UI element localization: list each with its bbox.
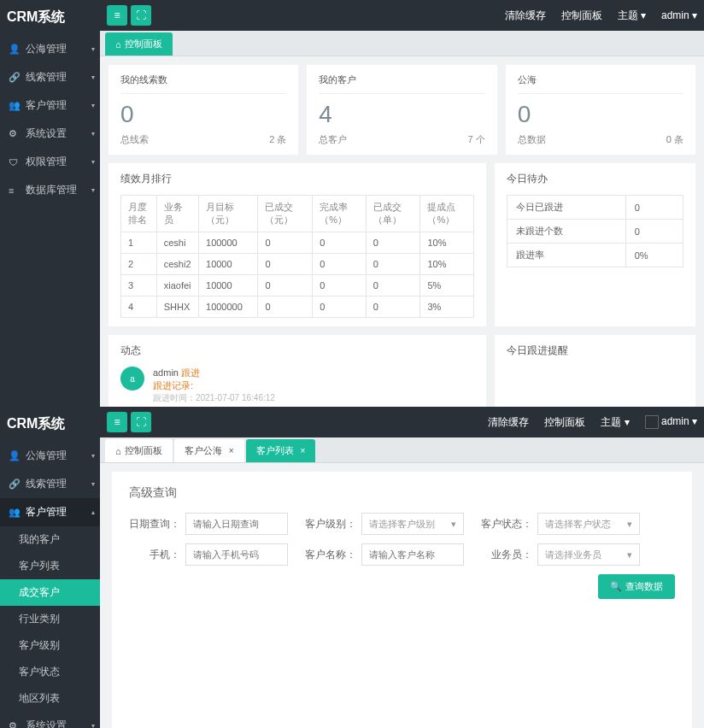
menu-toggle-button[interactable]: ≡ bbox=[107, 412, 127, 432]
chevron-down-icon: ▾ bbox=[451, 519, 456, 530]
submenu-customer-level[interactable]: 客户级别 bbox=[0, 632, 100, 659]
submenu-my-customer[interactable]: 我的客户 bbox=[0, 526, 100, 553]
brand-title: CRM系统 bbox=[0, 407, 100, 442]
chevron-down-icon: ▾ bbox=[91, 73, 95, 81]
staff-select[interactable]: 请选择业务员▾ bbox=[537, 543, 640, 566]
shield-icon: 🛡 bbox=[9, 157, 21, 167]
chevron-down-icon: ▾ bbox=[91, 130, 95, 138]
chevron-down-icon: ▾ bbox=[91, 45, 95, 53]
chevron-down-icon: ▾ bbox=[627, 549, 632, 561]
clear-cache-link[interactable]: 清除缓存 bbox=[505, 9, 546, 23]
link-icon: 🔗 bbox=[9, 478, 21, 490]
gear-icon: ⚙ bbox=[9, 128, 21, 139]
name-input[interactable] bbox=[361, 543, 464, 566]
submenu-customer-list[interactable]: 客户列表 bbox=[0, 553, 100, 579]
users-icon: 👥 bbox=[9, 507, 21, 518]
todo-panel: 今日待办 今日已跟进0 未跟进个数0 跟进率0% bbox=[495, 163, 695, 326]
chevron-up-icon: ▴ bbox=[91, 508, 95, 516]
tab-dashboard[interactable]: ⌂控制面板 bbox=[105, 439, 173, 462]
dashboard-link[interactable]: 控制面板 bbox=[544, 415, 585, 430]
menu-quanxian[interactable]: 🛡权限管理▾ bbox=[0, 148, 100, 176]
tab-dashboard[interactable]: ⌂控制面板 bbox=[105, 32, 173, 56]
chevron-down-icon: ▾ bbox=[627, 519, 632, 530]
theme-dropdown[interactable]: 主题 ▾ bbox=[601, 415, 629, 430]
user-dropdown[interactable]: admin ▾ bbox=[645, 415, 697, 429]
close-icon[interactable]: × bbox=[229, 446, 234, 455]
user-dropdown[interactable]: admin ▾ bbox=[661, 9, 697, 21]
status-select[interactable]: 请选择客户状态▾ bbox=[537, 513, 640, 535]
gear-icon: ⚙ bbox=[9, 720, 21, 728]
menu-kehu[interactable]: 👥客户管理▾ bbox=[0, 91, 100, 120]
brand-title: CRM系统 bbox=[0, 0, 100, 35]
card-customers: 我的客户 4 总客户7 个 bbox=[307, 65, 496, 155]
tab-customer-list[interactable]: 客户列表× bbox=[246, 439, 316, 462]
date-input[interactable] bbox=[185, 513, 288, 535]
menu-gonghai[interactable]: 👤公海管理▾ bbox=[0, 442, 100, 470]
users-icon: 👥 bbox=[9, 100, 21, 111]
chevron-down-icon: ▾ bbox=[91, 452, 95, 460]
chevron-down-icon: ▾ bbox=[91, 722, 95, 728]
search-panel: 高级查询 日期查询： 客户级别：请选择客户级别▾ 客户状态：请选择客户状态▾ 手… bbox=[112, 472, 692, 728]
database-icon: ≡ bbox=[9, 185, 21, 196]
card-leads: 我的线索数 0 总线索2 条 bbox=[109, 65, 298, 155]
table-row: 3xiaofei100000005% bbox=[121, 275, 474, 296]
fullscreen-button[interactable]: ⛶ bbox=[131, 412, 151, 432]
activity-panel: 动态 a admin 跟进 跟进记录: 跟进时间：2021-07-07 16:4… bbox=[109, 335, 486, 407]
home-icon: ⌂ bbox=[115, 39, 121, 50]
theme-dropdown[interactable]: 主题 ▾ bbox=[618, 9, 646, 23]
search-icon: 🔍 bbox=[610, 581, 622, 592]
menu-toggle-button[interactable]: ≡ bbox=[107, 5, 127, 26]
menu-shujuku[interactable]: ≡数据库管理▾ bbox=[0, 176, 100, 204]
menu-xitong[interactable]: ⚙系统设置▾ bbox=[0, 120, 100, 148]
table-row: 1ceshi10000000010% bbox=[121, 232, 474, 254]
phone-input[interactable] bbox=[185, 543, 288, 566]
home-icon: ⌂ bbox=[115, 446, 121, 456]
table-row: 2ceshi21000000010% bbox=[121, 254, 474, 275]
chevron-down-icon: ▾ bbox=[91, 186, 95, 194]
submenu-deal-customer[interactable]: 成交客户 bbox=[0, 579, 100, 606]
menu-xiansuo[interactable]: 🔗线索管理▾ bbox=[0, 63, 100, 91]
fullscreen-button[interactable]: ⛶ bbox=[131, 5, 151, 26]
user-icon: 👤 bbox=[9, 450, 21, 461]
close-icon[interactable]: × bbox=[301, 446, 306, 455]
submenu-industry[interactable]: 行业类别 bbox=[0, 606, 100, 632]
table-row: 4SHHX10000000003% bbox=[121, 296, 474, 318]
level-select[interactable]: 请选择客户级别▾ bbox=[361, 513, 464, 535]
menu-xiansuo[interactable]: 🔗线索管理▾ bbox=[0, 470, 100, 498]
submenu-region-list[interactable]: 地区列表 bbox=[0, 685, 100, 712]
menu-xitong[interactable]: ⚙系统设置▾ bbox=[0, 712, 100, 728]
chevron-down-icon: ▾ bbox=[91, 480, 95, 488]
card-public: 公海 0 总数据0 条 bbox=[506, 65, 695, 155]
submenu-customer-status[interactable]: 客户状态 bbox=[0, 659, 100, 685]
remind-panel: 今日跟进提醒 bbox=[495, 335, 695, 407]
rank-panel: 绩效月排行 月度排名业务员月目标（元）已成交（元）完成率（%）已成交（单）提成点… bbox=[109, 163, 486, 326]
user-icon: 👤 bbox=[9, 44, 21, 55]
clear-cache-link[interactable]: 清除缓存 bbox=[488, 415, 529, 430]
link-icon: 🔗 bbox=[9, 72, 21, 83]
search-button[interactable]: 🔍查询数据 bbox=[598, 574, 675, 599]
menu-gonghai[interactable]: 👤公海管理▾ bbox=[0, 35, 100, 63]
rank-table: 月度排名业务员月目标（元）已成交（元）完成率（%）已成交（单）提成点（%） 1c… bbox=[120, 195, 474, 318]
dashboard-link[interactable]: 控制面板 bbox=[561, 9, 602, 23]
chevron-down-icon: ▾ bbox=[91, 158, 95, 166]
avatar: a bbox=[120, 367, 144, 390]
chevron-down-icon: ▾ bbox=[91, 102, 95, 109]
menu-kehu[interactable]: 👥客户管理▴ bbox=[0, 498, 100, 526]
tab-customer-public[interactable]: 客户公海× bbox=[174, 439, 244, 462]
